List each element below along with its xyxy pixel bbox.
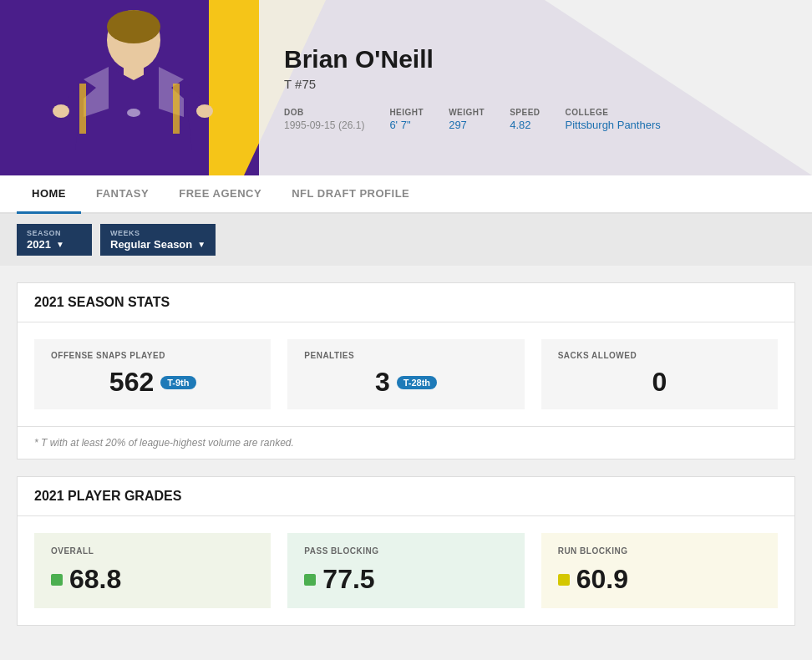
grades-grid: OVERALL 68.8 PASS BLOCKING 77.5 RUN BLOC… [18, 516, 794, 625]
run-blocking-grade-label: RUN BLOCKING [558, 546, 761, 556]
navigation-tabs: HOME FANTASY FREE AGENCY NFL DRAFT PROFI… [0, 175, 812, 214]
pass-blocking-grade-dot [304, 574, 316, 586]
college-value: Pittsburgh Panthers [566, 119, 661, 131]
player-speed: SPEED 4.82 [510, 108, 540, 131]
overall-grade-label: OVERALL [51, 546, 254, 556]
svg-rect-6 [79, 84, 86, 134]
svg-point-1 [107, 10, 160, 43]
player-height: HEIGHT 6' 7" [389, 108, 424, 131]
svg-point-3 [53, 104, 69, 118]
season-dropdown-arrow: ▼ [56, 240, 64, 249]
offense-snaps-value: 562 T-9th [51, 367, 254, 398]
pass-blocking-grade-card: PASS BLOCKING 77.5 [287, 533, 524, 608]
svg-point-8 [127, 109, 140, 117]
pass-blocking-grade-label: PASS BLOCKING [304, 546, 507, 556]
svg-rect-7 [173, 84, 180, 134]
overall-grade-card: OVERALL 68.8 [34, 533, 271, 608]
speed-value: 4.82 [510, 119, 540, 131]
overall-grade-value: 68.8 [51, 564, 254, 595]
tab-home[interactable]: HOME [17, 175, 81, 214]
weight-value: 297 [449, 119, 485, 131]
height-value: 6' 7" [389, 119, 424, 131]
main-content: 2021 SEASON STATS OFFENSE SNAPS PLAYED 5… [0, 266, 812, 642]
offense-snaps-rank: T-9th [160, 376, 195, 389]
sacks-allowed-value: 0 [558, 367, 761, 398]
season-stats-title: 2021 SEASON STATS [34, 295, 778, 310]
stats-grid: OFFENSE SNAPS PLAYED 562 T-9th PENALTIES… [18, 322, 794, 426]
player-grades-section: 2021 PLAYER GRADES OVERALL 68.8 PASS BLO… [17, 476, 795, 626]
overall-grade-dot [51, 574, 63, 586]
tab-nfl-draft[interactable]: NFL DRAFT PROFILE [277, 175, 424, 214]
sacks-allowed-label: SACKS ALLOWED [558, 351, 761, 360]
player-position: T #75 [284, 77, 787, 91]
player-info-panel: Brian O'Neill T #75 DOB 1995-09-15 (26.1… [259, 0, 812, 175]
player-image-container [0, 0, 259, 175]
player-header: Brian O'Neill T #75 DOB 1995-09-15 (26.1… [0, 0, 812, 175]
dob-value: 1995-09-15 (26.1) [284, 119, 364, 131]
player-name: Brian O'Neill [284, 45, 787, 74]
run-blocking-grade-dot [558, 574, 570, 586]
run-blocking-grade-card: RUN BLOCKING 60.9 [541, 533, 778, 608]
player-grades-title: 2021 PLAYER GRADES [34, 489, 778, 504]
offense-snaps-card: OFFENSE SNAPS PLAYED 562 T-9th [34, 339, 271, 409]
weeks-dropdown[interactable]: WEEKS Regular Season ▼ [100, 224, 216, 256]
tab-free-agency[interactable]: FREE AGENCY [164, 175, 277, 214]
sacks-allowed-card: SACKS ALLOWED 0 [541, 339, 778, 409]
penalties-value: 3 T-28th [304, 367, 507, 398]
weeks-dropdown-arrow: ▼ [197, 240, 206, 249]
player-bio-stats: DOB 1995-09-15 (26.1) HEIGHT 6' 7" WEIGH… [284, 108, 787, 131]
player-dob: DOB 1995-09-15 (26.1) [284, 108, 364, 131]
svg-point-4 [196, 104, 213, 118]
stat-note: * T with at least 20% of league-highest … [18, 426, 794, 459]
pass-blocking-grade-value: 77.5 [304, 564, 507, 595]
penalties-card: PENALTIES 3 T-28th [287, 339, 524, 409]
svg-rect-5 [92, 146, 167, 175]
tab-fantasy[interactable]: FANTASY [81, 175, 164, 214]
season-dropdown[interactable]: SEASON 2021 ▼ [17, 224, 92, 256]
offense-snaps-label: OFFENSE SNAPS PLAYED [51, 351, 254, 360]
player-grades-header: 2021 PLAYER GRADES [18, 477, 794, 516]
player-college: COLLEGE Pittsburgh Panthers [566, 108, 661, 131]
penalties-rank: T-28th [397, 376, 437, 389]
run-blocking-grade-value: 60.9 [558, 564, 761, 595]
season-stats-section: 2021 SEASON STATS OFFENSE SNAPS PLAYED 5… [17, 282, 795, 459]
penalties-label: PENALTIES [304, 351, 507, 360]
filter-bar: SEASON 2021 ▼ WEEKS Regular Season ▼ [0, 214, 812, 266]
season-stats-header: 2021 SEASON STATS [18, 283, 794, 322]
player-weight: WEIGHT 297 [449, 108, 485, 131]
player-silhouette [0, 0, 259, 175]
